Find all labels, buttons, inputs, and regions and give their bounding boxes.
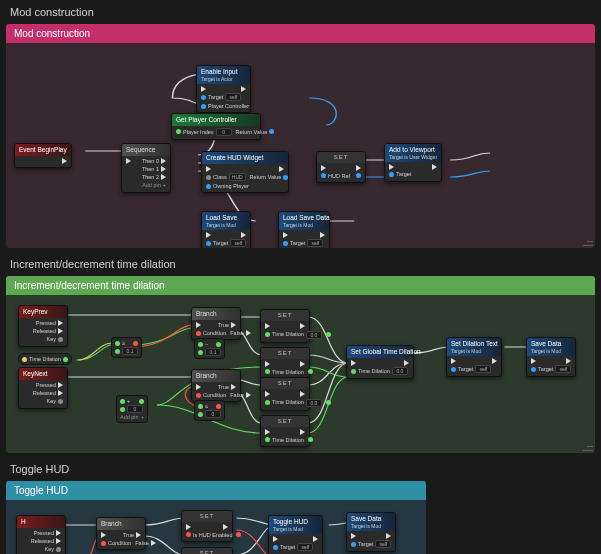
node-set-hud-1[interactable]: SET Is HUD Enabled [181,510,233,542]
node-toggle-hud[interactable]: Toggle HUD Target is Mod Target self Ena… [268,515,323,554]
node-title: Save Data Target is Mod [527,338,575,356]
node-title: KeyNext [19,368,67,380]
node-title: SET [261,348,309,359]
node-title: SET [261,416,309,427]
resize-handle[interactable] [583,236,593,246]
node-branch-2[interactable]: Branch True ConditionFalse [191,369,241,402]
graph-header: Toggle HUD [6,481,426,500]
node-title: Toggle HUD Target is Mod [269,516,322,534]
node-set-hudref[interactable]: SET HUD Ref [316,151,366,183]
graph-header: Increment/decrement time dilation [6,276,595,295]
node-title: Create HUD Widget [202,152,288,164]
node-title: Add to Viewport Target is User Widget [385,144,441,162]
node-load-save-data[interactable]: Load Save Data Target is Mod Target self [278,211,330,248]
node-title: H [17,516,65,528]
node-set-timedilation-3[interactable]: SET Time Dilation 0.0 [260,377,310,411]
node-set-timedilation-1[interactable]: SET Time Dilation 0.0 [260,309,310,343]
node-load-save[interactable]: Load Save Target is Mod Target self [201,211,251,248]
node-enable-input[interactable]: Enable Input Target is Actor Target self… [196,65,251,113]
graph-toggle-hud[interactable]: Toggle HUD H Pressed Released Key Is HUD… [6,481,426,554]
node-title: Save Data Target is Mod [347,513,395,531]
graph-mod-construction[interactable]: Mod construction Eve [6,24,595,248]
var-time-dilation-a[interactable]: Time Dilation [18,353,72,365]
node-title: Sequence [122,144,170,156]
node-save-data[interactable]: Save Data Target is Mod Target self [526,337,576,377]
node-key-prev[interactable]: KeyPrev Pressed Released Key [18,305,68,347]
node-title: Set Global Time Dilation [347,346,413,358]
node-title: SET [317,152,365,163]
node-title: SET [182,511,232,522]
node-title: SET [261,378,309,389]
node-title: Branch [97,518,145,530]
node-set-global-time-dilation[interactable]: Set Global Time Dilation Time Dilation 0… [346,345,414,379]
node-subtract-a[interactable]: − 0.1 [194,338,225,359]
node-set-hud-2[interactable]: SET Is HUD Enabled [181,547,233,554]
node-title: SET [261,310,309,321]
node-set-dilation-text[interactable]: Set Dilation Text Target is Mod Target s… [446,337,502,377]
node-create-hud-widget[interactable]: Create HUD Widget Class HUD Return Value… [201,151,289,193]
node-title: Load Save Target is Mod [202,212,250,230]
node-get-player-controller[interactable]: Get Player Controller Player Index 0 Ret… [171,113,261,140]
resize-handle[interactable] [583,441,593,451]
node-set-timedilation-4[interactable]: SET Time Dilation [260,415,310,447]
node-add-op[interactable]: + 0 Add pin + [116,395,148,423]
node-event-beginplay[interactable]: Event BeginPlay [14,143,72,168]
node-sequence[interactable]: Sequence Then 0 Then 1 Then 2 Add pin + [121,143,171,193]
graph-time-dilation[interactable]: Increment/decrement time dilation [6,276,595,453]
node-save-data[interactable]: Save Data Target is Mod Target self [346,512,396,552]
node-key-next[interactable]: KeyNext Pressed Released Key [18,367,68,409]
node-title: Get Player Controller [172,114,260,126]
node-title: Branch [192,308,240,320]
node-title: KeyPrev [19,306,67,318]
node-set-timedilation-2[interactable]: SET Time Dilation [260,347,310,379]
node-title: SET [182,548,232,554]
section-title-time: Increment/decrement time dilation [0,252,601,276]
node-title: Enable Input Target is Actor [197,66,250,84]
node-title: Load Save Data Target is Mod [279,212,329,230]
node-title: Branch [192,370,240,382]
node-title: Set Dilation Text Target is Mod [447,338,501,356]
node-compare-gte[interactable]: ≥ 0.1 [111,337,142,358]
section-title-mod: Mod construction [0,0,601,24]
graph-header: Mod construction [6,24,595,43]
node-key-h[interactable]: H Pressed Released Key [16,515,66,554]
node-title: Event BeginPlay [15,144,71,156]
node-branch-1[interactable]: Branch True ConditionFalse [191,307,241,340]
node-branch[interactable]: Branch True ConditionFalse [96,517,146,550]
node-compare-lte[interactable]: ≤ 0 [194,400,225,421]
section-title-hud: Toggle HUD [0,457,601,481]
node-add-to-viewport[interactable]: Add to Viewport Target is User Widget Ta… [384,143,442,182]
